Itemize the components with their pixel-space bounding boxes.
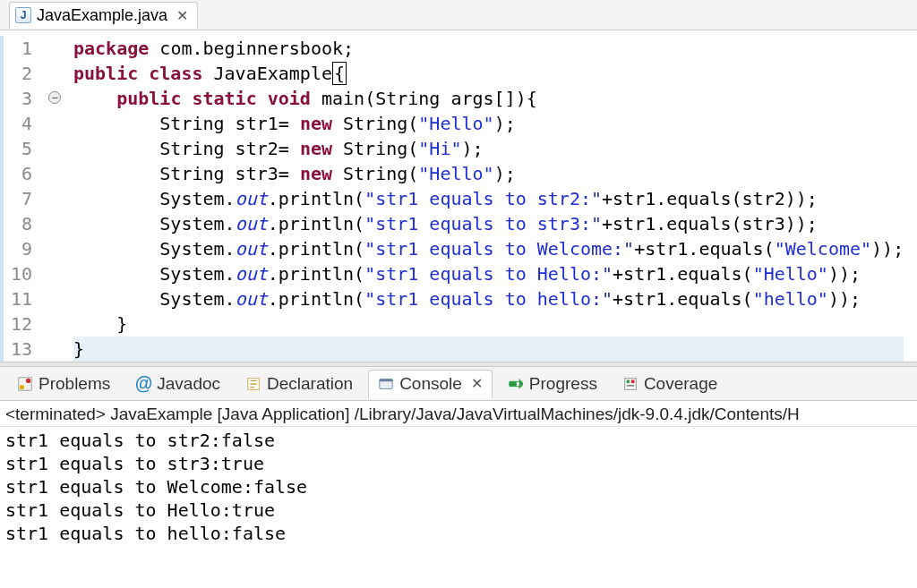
svg-rect-5 [380,379,392,381]
svg-rect-9 [626,379,630,383]
view-tab-declaration[interactable]: Declaration [236,370,363,398]
editor-tab-title: JavaExample.java [37,6,167,25]
fold-gutter: − [43,36,63,362]
svg-rect-10 [631,379,635,383]
console-icon [378,376,394,392]
console-output[interactable]: str1 equals to str2:false str1 equals to… [0,427,917,563]
line-number-gutter: 12345678910111213 [0,36,43,362]
view-tab-label: Progress [529,374,597,394]
view-tab-console[interactable]: Console✕ [368,370,493,398]
code-content[interactable]: package com.beginnersbook;public class J… [63,36,904,362]
view-tab-label: Javadoc [157,374,220,394]
javadoc-icon: @ [135,376,151,392]
fold-toggle-icon[interactable]: − [48,91,61,104]
view-tab-label: Declaration [267,374,353,394]
view-tab-label: Console [399,374,462,394]
problems-icon [17,376,33,392]
java-file-icon: J [15,7,31,23]
coverage-icon [622,376,638,392]
code-editor[interactable]: 12345678910111213 − package com.beginner… [0,30,917,362]
close-icon[interactable]: ✕ [176,7,188,24]
view-tab-label: Coverage [644,374,717,394]
editor-tab[interactable]: J JavaExample.java ✕ [9,2,198,29]
progress-icon [508,376,524,392]
editor-tabbar: J JavaExample.java ✕ [0,0,917,30]
view-tab-progress[interactable]: Progress [498,370,607,398]
console-status: <terminated> JavaExample [Java Applicati… [0,401,917,427]
view-tab-coverage[interactable]: Coverage [613,370,727,398]
svg-rect-7 [510,381,517,386]
svg-point-1 [26,378,30,382]
svg-point-0 [20,384,24,388]
svg-rect-11 [626,384,634,386]
view-tab-problems[interactable]: Problems [7,370,120,398]
declaration-icon [245,376,261,392]
view-tab-label: Problems [39,374,110,394]
close-icon[interactable]: ✕ [471,375,483,392]
view-tab-javadoc[interactable]: @Javadoc [125,370,230,398]
views-tabbar: Problems@JavadocDeclarationConsole✕Progr… [0,367,917,401]
